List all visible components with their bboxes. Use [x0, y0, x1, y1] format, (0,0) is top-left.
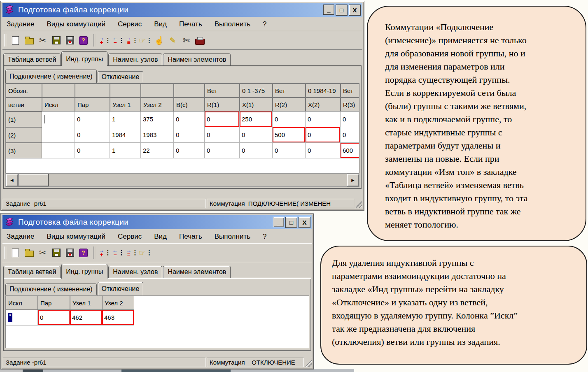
horizontal-scrollbar[interactable]: ◄ ►	[5, 173, 359, 187]
hand-write-icon[interactable]: ✎	[166, 34, 179, 46]
save-icon[interactable]	[50, 246, 63, 259]
tab-3[interactable]: Наимен. узлов	[108, 53, 162, 65]
table-cell[interactable]: 1	[110, 112, 141, 127]
menu-item-1[interactable]: Задание	[7, 232, 34, 241]
row-header[interactable]: (2)	[6, 127, 42, 143]
save-icon[interactable]	[50, 34, 63, 46]
table-cell[interactable]: 0	[306, 112, 341, 127]
menu-item-4[interactable]: Вид	[154, 232, 167, 241]
change-row-icon[interactable]: →≡⋮	[126, 246, 138, 259]
cut-icon[interactable]: ✂	[36, 34, 49, 46]
menu-item-5[interactable]: Печать	[179, 232, 202, 241]
table-cell[interactable]: 0	[174, 143, 205, 158]
new-icon[interactable]	[9, 246, 22, 259]
change-row-icon[interactable]: →≡⋮	[126, 34, 138, 46]
add-row-icon[interactable]: →+⋮	[98, 246, 111, 259]
table-cell[interactable]: 600	[341, 143, 359, 158]
save-marked-icon[interactable]	[63, 246, 76, 259]
table-cell[interactable]: 0	[341, 127, 359, 143]
table-cell[interactable]: 1984	[110, 127, 141, 143]
subtab-2[interactable]: Отключение	[98, 282, 144, 295]
table-cell[interactable]: 0	[205, 143, 240, 158]
subtab-2[interactable]: Отключение	[98, 71, 144, 82]
tab-4[interactable]: Наимен элементов	[163, 53, 231, 65]
menu-item-7[interactable]: ?	[263, 20, 266, 28]
table-cell[interactable]: 0	[38, 310, 70, 326]
menu-item-4[interactable]: Вид	[154, 20, 167, 28]
tab-2[interactable]: Инд. группы	[61, 264, 107, 279]
table-cell[interactable]: 0	[306, 143, 341, 158]
print-icon[interactable]	[194, 34, 206, 46]
menu-item-2[interactable]: Виды коммутаций	[47, 232, 105, 241]
menu-item-1[interactable]: Задание	[7, 20, 34, 28]
table-cell[interactable]: 0	[174, 112, 205, 127]
point-row-icon[interactable]: ☞⋮	[139, 246, 152, 259]
open-icon[interactable]	[23, 246, 35, 259]
scroll-track[interactable]	[49, 174, 347, 186]
tab-1[interactable]: Таблица ветвей	[3, 53, 61, 65]
row-header[interactable]: (1)	[6, 112, 42, 127]
titlebar[interactable]: Подготовка файла коррекции _□X	[2, 3, 362, 17]
tab-3[interactable]: Наимен. узлов	[108, 266, 162, 278]
tab-2[interactable]: Инд. группы	[61, 51, 107, 66]
menu-item-2[interactable]: Виды коммутаций	[47, 20, 105, 28]
table-cell[interactable]: 1	[110, 143, 141, 158]
table-cell[interactable]: 0	[240, 127, 273, 143]
table-cell[interactable]: *	[6, 310, 38, 326]
table-cell[interactable]: 0	[341, 112, 359, 127]
point-row-icon[interactable]: ☞⋮	[139, 34, 152, 46]
help-book-icon[interactable]: ?	[77, 34, 90, 46]
menu-item-7[interactable]: ?	[263, 232, 266, 241]
remove-row-icon[interactable]: ←−⋮	[112, 34, 125, 46]
minimize-button[interactable]: _	[273, 217, 284, 227]
subtab-1[interactable]: Подключение ( изменение)	[5, 70, 97, 83]
maximize-button[interactable]: □	[336, 5, 348, 16]
table-cell[interactable]: 500	[273, 127, 306, 143]
add-row-icon[interactable]: →+⋮	[98, 34, 111, 46]
table-cell[interactable]: 375	[141, 112, 174, 127]
close-button[interactable]: X	[349, 5, 361, 16]
table-cell[interactable]: 250	[240, 112, 273, 127]
scroll-left-button[interactable]: ◄	[6, 174, 18, 186]
menu-item-6[interactable]: Выполнить	[215, 232, 250, 241]
scroll-thumb[interactable]	[18, 174, 49, 186]
help-book-icon[interactable]: ?	[77, 246, 90, 259]
table-cell[interactable]: 1983	[141, 127, 174, 143]
menu-item-3[interactable]: Сервис	[118, 20, 142, 28]
tab-1[interactable]: Таблица ветвей	[3, 266, 61, 278]
table-cell[interactable]: 463	[102, 310, 134, 326]
table-cell[interactable]: 0	[273, 143, 306, 158]
save-marked-icon[interactable]	[63, 34, 76, 46]
table-cell[interactable]	[42, 143, 75, 158]
table-cell[interactable]: 462	[70, 310, 102, 326]
menu-item-5[interactable]: Печать	[179, 20, 202, 28]
scroll-right-button[interactable]: ►	[347, 174, 359, 186]
new-icon[interactable]	[9, 34, 22, 46]
table-cell[interactable]: 0	[205, 127, 240, 143]
row-header[interactable]: (3)	[6, 143, 42, 158]
cut-icon[interactable]: ✂	[36, 246, 49, 259]
menu-item-6[interactable]: Выполнить	[215, 20, 250, 28]
table-cell[interactable]: 22	[141, 143, 174, 158]
subtab-1[interactable]: Подключение ( изменение)	[5, 284, 97, 295]
table-cell[interactable]: 0	[75, 112, 110, 127]
table-cell[interactable]: 0	[306, 127, 341, 143]
tab-4[interactable]: Наимен элементов	[163, 266, 231, 278]
table-cell[interactable]	[42, 112, 75, 127]
resize-grip[interactable]	[355, 199, 362, 208]
table-cell[interactable]: 0	[273, 112, 306, 127]
close-button[interactable]: X	[299, 217, 310, 228]
titlebar[interactable]: Подготовка файла коррекции _□X	[2, 215, 312, 229]
remove-row-icon[interactable]: ←−⋮	[112, 246, 125, 259]
table-cell[interactable]	[42, 127, 75, 143]
table-cell[interactable]: 0	[174, 127, 205, 143]
cut-page-icon[interactable]: ✄	[180, 34, 193, 46]
table-cell[interactable]: 0	[205, 112, 240, 127]
table-cell[interactable]: 0	[75, 127, 110, 143]
resize-grip[interactable]	[305, 358, 312, 367]
menu-item-3[interactable]: Сервис	[118, 232, 142, 241]
maximize-button[interactable]: □	[285, 217, 297, 228]
hand-up-icon[interactable]: ☝	[153, 34, 166, 46]
open-icon[interactable]	[23, 34, 35, 46]
table-cell[interactable]: 0	[240, 143, 273, 158]
